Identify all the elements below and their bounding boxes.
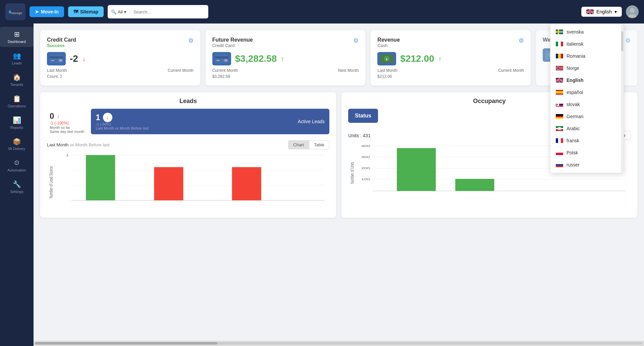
user-avatar[interactable] bbox=[626, 5, 639, 18]
language-option-polsk[interactable]: Polsk bbox=[550, 147, 624, 159]
svg-rect-83 bbox=[556, 114, 563, 116]
week-settings-icon[interactable]: ⚙ bbox=[625, 37, 631, 44]
language-option-russer[interactable]: russer bbox=[550, 159, 624, 171]
sidebar-item-label: Operations bbox=[8, 104, 26, 108]
revenue-count: $212.00 bbox=[377, 74, 524, 79]
sidebar-item-reports[interactable]: 📊 Reports bbox=[0, 113, 34, 133]
leads-count-value: 0 bbox=[50, 111, 54, 121]
sidebar-item-tenants[interactable]: 🏠 Tenants bbox=[0, 70, 34, 90]
future-revenue-subtitle: Credit Card bbox=[212, 43, 253, 48]
language-option-label: slovak bbox=[567, 102, 580, 107]
svg-rect-96 bbox=[556, 164, 563, 165]
revenue-title: Revenue bbox=[377, 37, 400, 43]
sidebar-item-label: Tenants bbox=[10, 83, 23, 87]
svg-text:400: 400 bbox=[361, 144, 370, 148]
svg-rect-13 bbox=[50, 56, 63, 58]
future-revenue-count: $3,282.58 bbox=[212, 74, 359, 79]
svg-text:Number of Lead Source: Number of Lead Source bbox=[48, 166, 54, 198]
dropdown-scrollbar[interactable] bbox=[621, 24, 624, 173]
svg-rect-19 bbox=[216, 60, 220, 61]
svg-text:300: 300 bbox=[361, 155, 370, 159]
revenue-value: $212.00 bbox=[400, 53, 434, 64]
credit-card-right-label: Current Month bbox=[168, 68, 194, 73]
movein-icon: ➤ bbox=[35, 9, 39, 14]
sidebar-item-dashboard[interactable]: ⊞ Dashboard bbox=[0, 27, 34, 47]
leads-current-stat: 0 ↓ -1 (-100%) Month so far Same day las… bbox=[47, 109, 87, 136]
svg-point-21 bbox=[225, 59, 228, 62]
sidebar-item-settings[interactable]: 🔧 Settings bbox=[0, 177, 34, 197]
language-option-label: italiensk bbox=[567, 41, 584, 47]
svg-rect-12 bbox=[50, 54, 63, 63]
language-option-italiensk[interactable]: italiensk bbox=[550, 38, 624, 50]
language-option-arabic[interactable]: Arabic bbox=[550, 122, 624, 135]
search-filter-dropdown[interactable]: 🔍 All ▾ bbox=[108, 9, 130, 14]
chevron-down-icon: ▾ bbox=[124, 9, 126, 14]
scrollbar-track bbox=[35, 342, 643, 345]
svg-rect-59 bbox=[558, 54, 561, 58]
svg-rect-54 bbox=[558, 30, 559, 34]
language-option-norge[interactable]: Norge bbox=[550, 62, 624, 74]
svg-rect-38 bbox=[232, 167, 261, 200]
search-input[interactable] bbox=[130, 9, 197, 14]
leads-arrow-down-icon: ↓ bbox=[57, 113, 59, 119]
credit-card-left-label: Last Month bbox=[47, 68, 67, 73]
flag-svenska-icon bbox=[556, 30, 563, 34]
svg-rect-57 bbox=[561, 42, 563, 46]
svg-rect-56 bbox=[558, 42, 561, 46]
sidebar-item-operations[interactable]: 📋 Operations bbox=[0, 91, 34, 111]
sidebar-item-leads[interactable]: 👥 Leads bbox=[0, 48, 34, 68]
leads-bar-chart: Number of Lead Source 1 bbox=[47, 152, 329, 212]
language-option-fransk[interactable]: fransk bbox=[550, 135, 624, 147]
language-option-espanol[interactable]: español bbox=[550, 86, 624, 98]
svg-rect-82 bbox=[557, 104, 558, 105]
app-logo[interactable]: 6storage bbox=[5, 3, 25, 20]
svg-point-16 bbox=[60, 59, 62, 62]
credit-card-title: Credit Card bbox=[47, 37, 76, 43]
svg-text:200: 200 bbox=[361, 166, 370, 170]
leads-chart-toggle: Chart Table bbox=[288, 140, 329, 149]
language-option-german[interactable]: German bbox=[550, 110, 624, 122]
language-option-label: russer bbox=[567, 162, 580, 167]
sidebar-item-automation[interactable]: ⚙ Automation bbox=[0, 155, 34, 176]
occupancy-status-label: Status bbox=[348, 109, 378, 123]
revenue-settings-icon[interactable]: ⚙ bbox=[519, 37, 524, 44]
credit-card-value: -2 bbox=[70, 53, 78, 64]
language-option-english[interactable]: English bbox=[550, 74, 624, 86]
language-option-label: Romania bbox=[567, 53, 585, 59]
svg-rect-92 bbox=[561, 138, 563, 143]
leads-change-value: -1 (-100%) bbox=[50, 121, 84, 126]
language-option-label: German bbox=[567, 114, 584, 119]
language-option-romania[interactable]: Romania bbox=[550, 50, 624, 62]
movein-button[interactable]: ➤ Move-In bbox=[30, 6, 64, 17]
flag-german-icon bbox=[556, 114, 563, 119]
bottom-scrollbar[interactable] bbox=[34, 341, 644, 346]
leads-active-change: -1 (-50%) bbox=[96, 122, 149, 126]
tenants-icon: 🏠 bbox=[13, 73, 21, 81]
language-option-slovak[interactable]: slovak bbox=[550, 98, 624, 110]
flag-english-icon bbox=[556, 78, 563, 83]
svg-rect-36 bbox=[86, 155, 115, 200]
leads-stats-row: 0 ↓ -1 (-100%) Month so far Same day las… bbox=[47, 109, 329, 136]
future-revenue-settings-icon[interactable]: ⚙ bbox=[353, 37, 359, 44]
leads-table-button[interactable]: Table bbox=[309, 140, 329, 149]
sitemap-button[interactable]: 🗺 Sitemap bbox=[68, 6, 104, 17]
flag-slovak-icon bbox=[556, 102, 563, 107]
credit-card-settings-icon[interactable]: ⚙ bbox=[188, 37, 194, 44]
svg-rect-50 bbox=[397, 148, 436, 191]
svg-rect-60 bbox=[561, 54, 563, 58]
language-button[interactable]: English ▾ bbox=[581, 7, 622, 17]
flag-polsk-icon bbox=[556, 150, 563, 155]
language-dropdown-scroll: svenska italiensk Romania Norge English … bbox=[550, 26, 624, 171]
top-navigation: 6storage ➤ Move-In 🗺 Sitemap 🔍 All ▾ Eng… bbox=[0, 0, 644, 23]
future-revenue-value: $3,282.58 bbox=[235, 53, 277, 64]
svg-text:1: 1 bbox=[66, 153, 69, 157]
leads-chart-button[interactable]: Chart bbox=[288, 140, 309, 149]
future-revenue-widget: Future Revenue Credit Card ⚙ $3,282.58 ↑… bbox=[206, 30, 366, 86]
svg-rect-74 bbox=[556, 80, 563, 81]
language-option-label: English bbox=[567, 78, 584, 83]
sidebar-item-label: Automation bbox=[7, 168, 26, 172]
revenue-left-label: Last Month bbox=[377, 68, 397, 73]
sidebar-item-mr-delivery[interactable]: 📦 Mr Delivery bbox=[0, 134, 34, 154]
language-option-svenska[interactable]: svenska bbox=[550, 26, 624, 38]
sitemap-label: Sitemap bbox=[80, 9, 98, 14]
